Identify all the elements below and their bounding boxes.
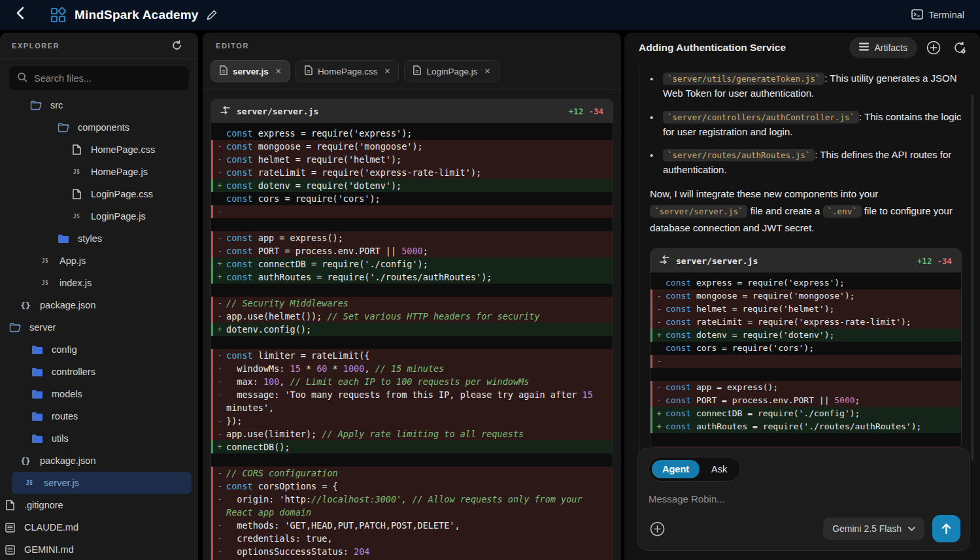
- inline-code-chip[interactable]: `.env`: [823, 205, 862, 218]
- tree-item-loginpage-js[interactable]: JSLoginPage.js: [0, 205, 198, 227]
- close-tab-icon[interactable]: ✕: [484, 67, 491, 76]
- edit-title-icon[interactable]: [207, 10, 217, 20]
- deleted-line: -const mongoose = require('mongoose');: [651, 289, 961, 303]
- mode-agent[interactable]: Agent: [652, 460, 700, 478]
- chevron-down-icon: [908, 527, 915, 531]
- tree-item-homepage-css[interactable]: HomePage.css: [0, 139, 198, 161]
- tree-item--gitignore[interactable]: .gitignore: [0, 494, 198, 516]
- tree-item-src[interactable]: src: [0, 94, 198, 116]
- diff-code[interactable]: const express = require('express');-cons…: [651, 272, 961, 448]
- tree-item-styles[interactable]: styles: [0, 227, 198, 250]
- tree-item-server-js[interactable]: JSserver.js: [12, 472, 192, 494]
- deleted-line: - max: 100, // Limit each IP to 100 requ…: [211, 375, 613, 388]
- tree-item-claude-md[interactable]: CLAUDE.md: [0, 516, 198, 538]
- top-bar: MindSpark Academy Terminal: [0, 0, 980, 30]
- deleted-line: - credentials: true,: [211, 532, 613, 545]
- diff-filename: server/server.js: [237, 107, 318, 116]
- deleted-line: - optionsSuccessStatus: 204: [211, 545, 613, 558]
- scrollbar[interactable]: [972, 95, 973, 461]
- deletions-count: -34: [588, 107, 603, 116]
- project-title: MindSpark Academy: [75, 8, 199, 22]
- tree-item-components[interactable]: components: [0, 116, 198, 139]
- deleted-line: -: [651, 355, 961, 368]
- history-settings-icon[interactable]: [950, 38, 970, 58]
- file-search[interactable]: [9, 66, 189, 90]
- tab-server.js[interactable]: server.js✕: [211, 60, 290, 82]
- refresh-icon[interactable]: [167, 36, 186, 56]
- mode-ask[interactable]: Ask: [701, 460, 737, 478]
- model-selector[interactable]: Gemini 2.5 Flash: [823, 518, 924, 540]
- diff-card-header: server/server.js +12 -34: [211, 99, 613, 123]
- context-line: [211, 218, 613, 231]
- editor-label: EDITOR: [216, 42, 249, 50]
- mode-toggle: AgentAsk: [649, 457, 741, 482]
- inline-code-chip[interactable]: `server/controllers/authController.js`: [663, 111, 859, 124]
- added-line: +connectDB();: [211, 440, 613, 453]
- assistant-paragraph: Now, I will integrate these new componen…: [650, 186, 964, 237]
- diff-icon: [220, 106, 230, 116]
- deleted-line: -});: [211, 414, 613, 427]
- tab-loginpage.js[interactable]: LoginPage.js✕: [404, 60, 499, 82]
- file-bullet: •`server/utils/generateToken.js`: This u…: [650, 71, 964, 101]
- attach-icon[interactable]: [647, 519, 667, 538]
- inline-code-chip[interactable]: `server/server.js`: [650, 205, 747, 218]
- deleted-line: - methods: 'GET,HEAD,PUT,PATCH,POST,DELE…: [211, 519, 613, 532]
- arrow-up-icon: [941, 523, 952, 535]
- terminal-button[interactable]: Terminal: [911, 9, 964, 22]
- tree-item-label: GEMINI.md: [24, 544, 74, 555]
- new-chat-icon[interactable]: [924, 38, 943, 58]
- tree-item-config[interactable]: config: [0, 338, 198, 361]
- file-bullet: •`server/routes/authRoutes.js`: This def…: [650, 147, 964, 178]
- tree-item-package-json[interactable]: {}package.json: [0, 294, 198, 316]
- inline-code-chip[interactable]: `server/utils/generateToken.js`: [663, 73, 824, 85]
- search-input[interactable]: [34, 73, 181, 84]
- tree-item-loginpage-css[interactable]: LoginPage.css: [0, 183, 198, 205]
- tree-item-controllers[interactable]: controllers: [0, 361, 198, 383]
- tree-item-label: App.js: [59, 255, 86, 266]
- context-line: const express = require('express');: [651, 276, 961, 289]
- deleted-line: -const helmet = require('helmet');: [651, 303, 961, 316]
- context-line: [211, 453, 613, 467]
- deleted-line: -app.use(helmet()); // Set various HTTP …: [211, 310, 613, 323]
- tree-item-models[interactable]: models: [0, 383, 198, 405]
- context-line: const express = require('express');: [211, 127, 613, 140]
- file-icon: [71, 189, 82, 199]
- tree-item-app-js[interactable]: JSApp.js: [0, 250, 198, 272]
- markdown-file-icon: [4, 545, 16, 555]
- assistant-message[interactable]: •`server/utils/generateToken.js`: This u…: [639, 65, 964, 467]
- tree-item-server[interactable]: server: [0, 316, 198, 338]
- artifacts-button[interactable]: Artifacts: [849, 37, 917, 58]
- diff-code[interactable]: const express = require('express');-cons…: [211, 123, 613, 560]
- inline-code-chip[interactable]: `server/routes/authRoutes.js`: [663, 149, 815, 161]
- context-line: [651, 433, 961, 446]
- diff-filename: server/server.js: [676, 256, 758, 266]
- message-composer[interactable]: AgentAsk Message Robin... Gemini 2.5 Fla…: [637, 448, 970, 551]
- model-name: Gemini 2.5 Flash: [832, 523, 902, 534]
- tree-item-label: LoginPage.css: [91, 189, 153, 199]
- tree-item-package-json[interactable]: {}package.json: [0, 450, 198, 472]
- tree-item-gemini-md[interactable]: GEMINI.md: [0, 538, 198, 560]
- tree-item-utils[interactable]: utils: [0, 427, 198, 450]
- deletions-count: -34: [937, 256, 952, 266]
- tree-item-index-js[interactable]: JSindex.js: [0, 272, 198, 294]
- deleted-line: - origin: 'http://localhost:3000', // Al…: [211, 493, 613, 519]
- tree-item-label: server: [29, 322, 56, 333]
- added-line: +const authRoutes = require('./routes/au…: [211, 271, 613, 284]
- tree-item-label: package.json: [40, 455, 95, 466]
- close-tab-icon[interactable]: ✕: [275, 67, 282, 76]
- js-file-icon: JS: [39, 258, 51, 264]
- folder-icon: [31, 434, 43, 444]
- deleted-line: - message: 'Too many requests from this …: [211, 388, 613, 414]
- close-tab-icon[interactable]: ✕: [384, 67, 390, 76]
- tab-homepage.css[interactable]: HomePage.css✕: [296, 60, 399, 82]
- deleted-line: -const mongoose = require('mongoose');: [211, 140, 613, 153]
- js-file-icon: JS: [71, 169, 82, 175]
- message-input[interactable]: Message Robin...: [649, 493, 959, 504]
- editor-panel: EDITOR server.js✕HomePage.css✕LoginPage.…: [203, 33, 621, 560]
- send-button[interactable]: [932, 515, 960, 542]
- diff-icon: [660, 255, 669, 266]
- tree-item-homepage-js[interactable]: JSHomePage.js: [0, 161, 198, 183]
- tree-item-label: HomePage.js: [91, 167, 148, 177]
- tree-item-routes[interactable]: routes: [0, 405, 198, 427]
- back-icon[interactable]: [16, 7, 35, 24]
